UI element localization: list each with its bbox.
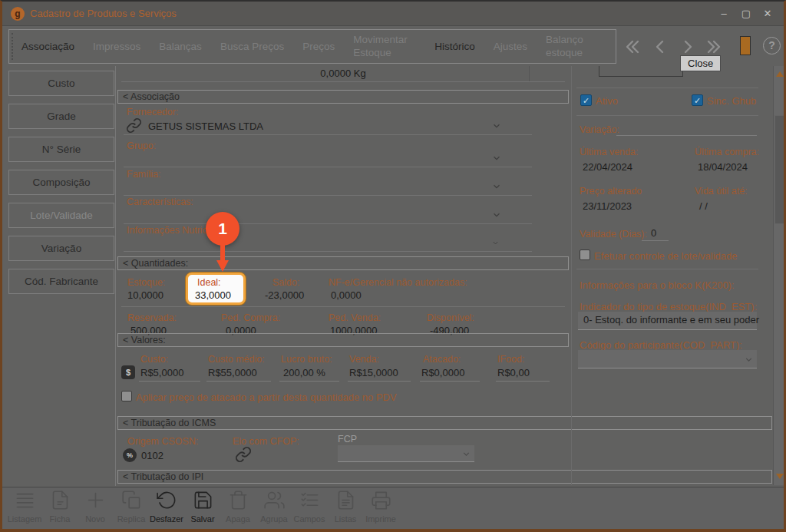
scrollbar-thumb[interactable] [774, 115, 785, 224]
tab-balanco-estoque[interactable]: Balanço estoque [546, 34, 593, 58]
tab-busca-precos[interactable]: Busca Preços [220, 41, 284, 52]
toolbar-replica-button[interactable]: Replica [114, 490, 149, 524]
chevron-down-icon[interactable] [489, 119, 504, 133]
custo-label: Custo: [140, 354, 168, 365]
custo-medio-label: Custo médio: [208, 354, 265, 365]
ultima-compra-value: 18/04/2024 [698, 161, 748, 173]
copy-icon [121, 490, 142, 511]
toolbar-apaga-button[interactable]: Apaga [220, 490, 256, 524]
money-icon: $ [121, 365, 135, 379]
nav-first-icon[interactable] [621, 35, 644, 58]
sidebar-item-composicao[interactable]: Composição [8, 170, 114, 195]
disponivel-label: Disponível: [427, 312, 474, 323]
maximize-button[interactable]: ▢ [737, 5, 755, 22]
chevron-down-icon[interactable] [489, 180, 504, 193]
sidebar-item-n-serie[interactable]: N° Série [8, 137, 114, 162]
tab-ajustes[interactable]: Ajustes [494, 41, 527, 52]
fcp-label: FCP [338, 434, 357, 444]
sidebar-item-lote-validade[interactable]: Lote/Validade [8, 203, 114, 228]
section-quantidades[interactable]: < Quantidades: [117, 256, 569, 270]
tab-impressos[interactable]: Impressos [93, 41, 140, 52]
atacado-pdv-checkbox[interactable] [121, 391, 132, 401]
ind-est-dropdown[interactable]: 0- Estoq. do informante e em seu poder [578, 312, 757, 330]
tab-precos[interactable]: Preços [302, 41, 335, 52]
lucro-bruto-label: Lucro bruto: [281, 354, 332, 365]
nfe-value: 0,0000 [331, 289, 362, 301]
sidebar-item-variacao[interactable]: Variação [8, 236, 114, 261]
plus-icon [85, 490, 106, 511]
origem-csosn-value[interactable]: 0102 [141, 450, 163, 461]
toolbar-novo-button[interactable]: Novo [78, 490, 113, 524]
toolbar-desfazer-button[interactable]: Desfazer [149, 490, 184, 524]
ideal-label: Ideal: [197, 277, 221, 288]
ideal-value[interactable]: 33,0000 [195, 289, 231, 301]
link-icon[interactable] [235, 446, 252, 466]
bloco-k-label: Informações para o bloco K(K200): [580, 279, 735, 291]
toolbar-agrupa-button[interactable]: Agrupa [256, 490, 292, 524]
toolbar-ficha-button[interactable]: Ficha [42, 490, 78, 524]
printer-icon [371, 490, 391, 511]
toolbar-imprime-button[interactable]: Imprime [363, 490, 398, 524]
bottom-toolbar: Listagem Ficha Novo Replica Desfazer Sal… [2, 487, 784, 529]
divider [124, 251, 532, 252]
scroll-up-icon[interactable] [776, 71, 784, 77]
divider [124, 195, 532, 196]
custo-value[interactable]: R$5,0000 [140, 367, 183, 378]
chevron-down-icon[interactable] [489, 237, 504, 251]
checklist-icon [299, 490, 320, 511]
help-icon[interactable]: ? [763, 37, 781, 55]
validade-dias-value[interactable]: 0 [651, 227, 656, 239]
fcp-dropdown[interactable] [338, 445, 474, 462]
vertical-scrollbar[interactable] [773, 66, 786, 485]
divider [576, 88, 758, 88]
ifood-value[interactable]: R$0,00 [497, 367, 530, 378]
tab-historico[interactable]: Histórico [434, 41, 475, 52]
divider [206, 381, 271, 382]
toolbar-campos-button[interactable]: Campos [292, 490, 327, 524]
sidebar-item-cod-fabricante[interactable]: Cód. Fabricante [8, 269, 114, 294]
origem-csosn-label: Origem CSOSN: [127, 436, 198, 447]
ativo-checkbox-label: Ativo [596, 95, 618, 107]
variacao-label: Variação: [580, 124, 619, 135]
scroll-down-icon[interactable] [776, 474, 784, 479]
toolbar-listas-button[interactable]: Listas [328, 490, 363, 524]
vida-util-value[interactable]: / / [699, 200, 708, 212]
divider [420, 381, 480, 382]
nfe-label: NF-e/Gerencial não autorizadas: [329, 277, 467, 288]
exit-door-icon[interactable] [740, 36, 751, 55]
fornecedor-value[interactable]: GETUS SISTEMAS LTDA [148, 121, 263, 132]
close-button[interactable]: ✕ [758, 5, 777, 22]
tab-movimentar-estoque[interactable]: Movimentar Estoque [353, 34, 416, 58]
section-associacao[interactable]: < Associação [117, 90, 569, 104]
sidebar-item-grade[interactable]: Grade [8, 104, 114, 129]
ativo-checkbox[interactable]: ✓ [580, 94, 592, 106]
chevron-down-icon[interactable] [489, 208, 504, 222]
variacao-input[interactable] [616, 135, 757, 136]
venda-value[interactable]: R$15,0000 [349, 367, 398, 378]
lucro-bruto-value[interactable]: 200,00 % [283, 367, 325, 378]
atacado-value[interactable]: R$0,0000 [421, 367, 464, 378]
ifood-label: IFood: [497, 354, 524, 365]
annotation-step-1: 1 [206, 212, 239, 246]
divider [642, 240, 669, 241]
sidebar-item-custo[interactable]: Custo [8, 71, 114, 96]
divider [124, 167, 532, 167]
cod-part-dropdown[interactable] [578, 350, 757, 368]
ideal-field-highlighted[interactable]: Ideal: 33,0000 [186, 273, 246, 305]
chevron-down-icon[interactable] [489, 151, 504, 165]
tab-associacao[interactable]: Associação [21, 41, 74, 52]
tab-balancas[interactable]: Balanças [159, 41, 202, 52]
close-tooltip: Close [680, 55, 721, 71]
sinc-ghub-checkbox[interactable]: ✓ [692, 94, 703, 106]
section-valores[interactable]: < Valores: [117, 333, 569, 347]
divider [529, 66, 530, 81]
custo-medio-value[interactable]: R$55,0000 [208, 367, 257, 378]
toolbar-listagem-button[interactable]: Listagem [7, 490, 42, 524]
minimize-button[interactable]: – [715, 5, 733, 22]
lote-validade-checkbox[interactable] [580, 249, 590, 260]
atacado-pdv-checkbox-label: Aplicar preço de atacado a partir desta … [136, 392, 397, 403]
nav-previous-icon[interactable] [649, 35, 672, 58]
divider [348, 381, 411, 382]
divider [576, 115, 758, 116]
toolbar-salvar-button[interactable]: Salvar [185, 490, 220, 524]
